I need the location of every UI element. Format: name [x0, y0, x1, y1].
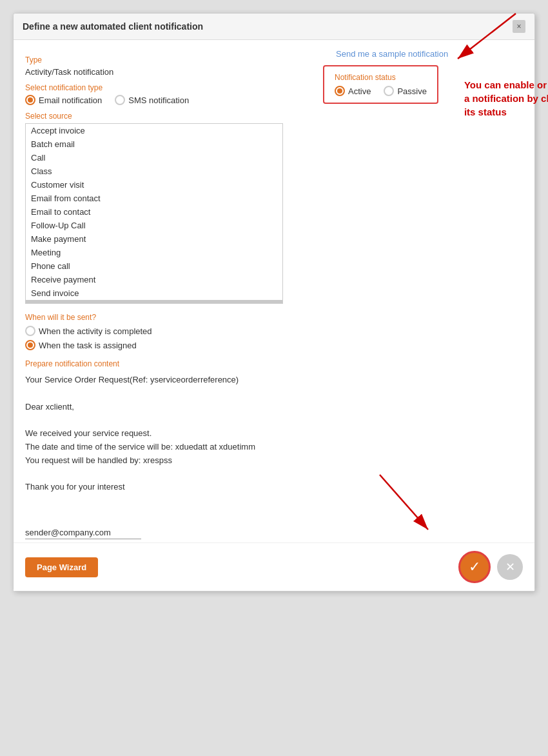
svg-line-3	[380, 475, 428, 530]
when-sent-section: When will it be sent? When the activity …	[25, 313, 523, 350]
prepare-label: Prepare notification content	[25, 359, 523, 368]
content-line-3: We received your service request.	[25, 427, 523, 441]
active-radio-circle[interactable]	[335, 86, 345, 96]
left-panel: Type Activity/Task notification Select n…	[25, 49, 317, 304]
source-list-container[interactable]: Accept invoice Batch email Call Class Cu…	[25, 123, 283, 304]
assigned-radio-circle[interactable]	[25, 340, 35, 350]
assigned-label: When the task is assigned	[39, 341, 137, 350]
cancel-button[interactable]: ✕	[497, 554, 523, 580]
tooltip-text: You can enable or disable a notification…	[464, 78, 548, 119]
list-item[interactable]: Email to contact	[26, 205, 282, 219]
content-line-5: You request will be handled by: xrespss	[25, 454, 523, 468]
main-dialog: Define a new automated client notificati…	[13, 13, 535, 592]
type-value: Activity/Task notification	[25, 67, 304, 77]
notification-type-row: Email notification SMS notification	[25, 95, 304, 105]
completed-label: When the activity is completed	[39, 326, 152, 336]
top-row: Type Activity/Task notification Select n…	[25, 49, 523, 304]
passive-option[interactable]: Passive	[384, 86, 427, 96]
list-item[interactable]: Send invoice	[26, 286, 282, 300]
footer-right: ✓ ✕	[458, 551, 523, 583]
active-label: Active	[348, 86, 371, 96]
sender-input[interactable]	[25, 526, 141, 539]
passive-radio-circle[interactable]	[384, 86, 394, 96]
source-list: Accept invoice Batch email Call Class Cu…	[26, 124, 282, 304]
list-item[interactable]: Class	[26, 164, 282, 178]
sms-notification-label: SMS notification	[128, 95, 189, 105]
completed-option[interactable]: When the activity is completed	[25, 326, 523, 336]
list-item[interactable]: Email from contact	[26, 192, 282, 205]
status-radio-group: Active Passive	[335, 86, 427, 96]
when-radio-group: When the activity is completed When the …	[25, 326, 523, 350]
list-item[interactable]: Make payment	[26, 232, 282, 246]
dialog-body: Type Activity/Task notification Select n…	[14, 40, 534, 591]
content-line-4: The date and time of the service will be…	[25, 441, 523, 454]
email-radio-circle[interactable]	[25, 95, 35, 105]
sms-radio-circle[interactable]	[115, 95, 125, 105]
right-panel: Send me a sample notification Notificati…	[317, 49, 523, 104]
status-box-label: Notification status	[335, 73, 427, 82]
content-line-1: Your Service Order Request(Ref: yservice…	[25, 373, 523, 387]
notification-type-label: Select notification type	[25, 83, 304, 92]
active-option[interactable]: Active	[335, 86, 371, 96]
sms-notification-option[interactable]: SMS notification	[115, 95, 189, 105]
list-item[interactable]: Accept invoice	[26, 124, 282, 137]
content-line-2: Dear xclientt,	[25, 401, 523, 414]
source-label: Select source	[25, 112, 304, 121]
list-item[interactable]: Customer visit	[26, 178, 282, 192]
list-item[interactable]: Receive payment	[26, 273, 282, 286]
type-label: Type	[25, 55, 304, 65]
notification-status-box: Notification status Active Passive	[323, 65, 438, 104]
confirm-button[interactable]: ✓	[458, 551, 491, 583]
assigned-option[interactable]: When the task is assigned	[25, 340, 523, 350]
when-sent-label: When will it be sent?	[25, 313, 523, 322]
list-item-selected[interactable]: Service Order	[26, 300, 282, 304]
email-notification-label: Email notification	[39, 95, 102, 105]
svg-line-1	[458, 14, 516, 59]
passive-label: Passive	[397, 86, 427, 96]
list-item[interactable]: Phone call	[26, 259, 282, 273]
list-item[interactable]: Follow-Up Call	[26, 219, 282, 232]
sample-notification-link[interactable]: Send me a sample notification	[336, 49, 448, 59]
list-item[interactable]: Meeting	[26, 246, 282, 259]
dialog-title: Define a new automated client notificati…	[23, 21, 203, 32]
dialog-footer: Page Wizard ✓ ✕	[14, 542, 534, 591]
completed-radio-circle[interactable]	[25, 326, 35, 336]
list-item[interactable]: Call	[26, 151, 282, 164]
email-notification-option[interactable]: Email notification	[25, 95, 102, 105]
list-item[interactable]: Batch email	[26, 137, 282, 151]
tooltip-arrow-icon	[445, 7, 522, 72]
page-wizard-button[interactable]: Page Wizard	[25, 557, 98, 577]
confirm-arrow-icon	[367, 468, 451, 539]
